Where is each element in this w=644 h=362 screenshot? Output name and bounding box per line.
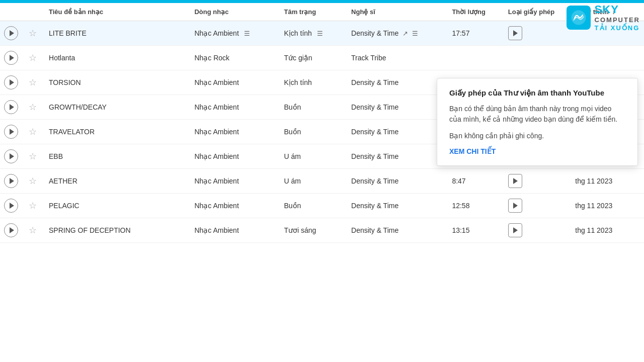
- popup-line2: Bạn không cần phải ghi công.: [449, 131, 625, 141]
- license-popup: Giấy phép của Thư viện âm thanh YouTube …: [437, 78, 638, 166]
- video-button[interactable]: [508, 223, 522, 237]
- date-label: [571, 46, 644, 70]
- sky-logo-icon: [567, 6, 591, 30]
- col-header-duration: Thời lượng: [448, 3, 504, 21]
- song-title: EBB: [45, 144, 190, 169]
- video-button[interactable]: [508, 174, 522, 188]
- genre-label: Nhạc Ambient: [194, 226, 238, 234]
- favorite-button[interactable]: ☆: [29, 200, 37, 211]
- popup-line1: Bạn có thể dùng bản âm thanh này trong m…: [449, 104, 625, 125]
- mood-label: Tươi sáng: [284, 226, 316, 234]
- table-header-row: Tiêu đề bản nhạc Dòng nhạc Tâm trạng Ngh…: [0, 3, 644, 21]
- mood-label: U ám: [284, 152, 301, 160]
- artist-label: Density & Time: [351, 226, 398, 234]
- artist-filter-icon[interactable]: ☰: [412, 30, 418, 37]
- play-button[interactable]: [4, 26, 18, 40]
- date-label: thg 11 2023: [571, 194, 644, 218]
- video-button[interactable]: [508, 199, 522, 213]
- duration-label: 17:57: [448, 21, 504, 46]
- song-title: TRAVELATOR: [45, 120, 190, 144]
- song-title: LITE BRITE: [45, 21, 190, 46]
- song-title: TORSION: [45, 70, 190, 95]
- popup-title: Giấy phép của Thư viện âm thanh YouTube: [449, 88, 625, 98]
- artist-label: Density & Time: [351, 152, 398, 160]
- date-label: thg 11 2023: [571, 218, 644, 243]
- table-row: ☆PELAGICNhạc AmbientBuồnDensity & Time12…: [0, 194, 644, 218]
- song-title: GROWTH/DECAY: [45, 95, 190, 120]
- date-label: thg 11 2023: [571, 169, 644, 194]
- favorite-button[interactable]: ☆: [29, 102, 37, 113]
- artist-label: Density & Time: [351, 103, 398, 111]
- sky-name-label: SKY: [595, 3, 640, 16]
- favorite-button[interactable]: ☆: [29, 225, 37, 236]
- favorite-button[interactable]: ☆: [29, 151, 37, 162]
- play-button[interactable]: [4, 75, 18, 89]
- song-title: AETHER: [45, 169, 190, 194]
- sky-logo: SKY COMPUTER TẢI XUỐNG: [567, 3, 640, 32]
- play-button[interactable]: [4, 223, 18, 237]
- table-row: ☆LITE BRITENhạc Ambient☰Kịch tính☰Densit…: [0, 21, 644, 46]
- favorite-button[interactable]: ☆: [29, 126, 37, 137]
- col-header-star: [25, 3, 45, 21]
- genre-label: Nhạc Ambient: [194, 128, 238, 136]
- filter-icon[interactable]: ☰: [244, 30, 250, 37]
- sky-download-label: TẢI XUỐNG: [595, 24, 640, 32]
- table-row: ☆HotlantaNhạc RockTức giậnTrack Tribe: [0, 46, 644, 70]
- artist-label: Density & Time: [351, 128, 398, 136]
- favorite-button[interactable]: ☆: [29, 77, 37, 88]
- song-title: Hotlanta: [45, 46, 190, 70]
- genre-label: Nhạc Ambient: [194, 152, 238, 160]
- col-header-artist: Nghệ sĩ: [347, 3, 448, 21]
- col-header-mood: Tâm trạng: [280, 3, 348, 21]
- genre-label: Nhạc Ambient: [194, 103, 238, 111]
- mood-label: U ám: [284, 177, 301, 185]
- mood-label: Buồn: [284, 202, 301, 210]
- popup-detail-link[interactable]: XEM CHI TIẾT: [449, 147, 496, 155]
- play-button[interactable]: [4, 51, 18, 65]
- mood-label: Buồn: [284, 128, 301, 136]
- duration-label: 13:15: [448, 218, 504, 243]
- duration-label: 12:58: [448, 194, 504, 218]
- genre-label: Nhạc Ambient: [194, 29, 238, 37]
- favorite-button[interactable]: ☆: [29, 28, 37, 39]
- genre-label: Nhạc Ambient: [194, 202, 238, 210]
- artist-label: Density & Time: [351, 177, 398, 185]
- mood-filter-icon[interactable]: ☰: [317, 30, 323, 37]
- mood-label: Kịch tính: [284, 29, 312, 37]
- favorite-button[interactable]: ☆: [29, 52, 37, 63]
- col-header-play: [0, 3, 25, 21]
- play-button[interactable]: [4, 174, 18, 188]
- mood-label: Kịch tính: [284, 78, 312, 86]
- mood-label: Tức giận: [284, 54, 312, 62]
- col-header-license: Loại giấy phép: [504, 3, 572, 21]
- genre-label: Nhạc Ambient: [194, 177, 238, 185]
- duration-label: [448, 46, 504, 70]
- genre-label: Nhạc Ambient: [194, 78, 238, 86]
- play-button[interactable]: [4, 199, 18, 213]
- artist-label: Density & Time: [351, 29, 398, 37]
- table-row: ☆SPRING OF DECEPTIONNhạc AmbientTươi sán…: [0, 218, 644, 243]
- video-button[interactable]: [508, 26, 522, 40]
- genre-label: Nhạc Rock: [194, 54, 229, 62]
- song-title: PELAGIC: [45, 194, 190, 218]
- song-title: SPRING OF DECEPTION: [45, 218, 190, 243]
- sky-computer-label: COMPUTER: [595, 16, 640, 24]
- sky-logo-text: SKY COMPUTER TẢI XUỐNG: [595, 3, 640, 32]
- favorite-button[interactable]: ☆: [29, 175, 37, 187]
- artist-label: Density & Time: [351, 202, 398, 210]
- col-header-genre: Dòng nhạc: [190, 3, 280, 21]
- artist-label: Density & Time: [351, 78, 398, 86]
- col-header-title: Tiêu đề bản nhạc: [45, 3, 190, 21]
- duration-label: 8:47: [448, 169, 504, 194]
- play-button[interactable]: [4, 100, 18, 114]
- external-link-icon[interactable]: ↗: [403, 30, 408, 37]
- play-button[interactable]: [4, 149, 18, 163]
- artist-label: Track Tribe: [351, 54, 386, 62]
- table-row: ☆AETHERNhạc AmbientU ámDensity & Time8:4…: [0, 169, 644, 194]
- mood-label: Buồn: [284, 103, 301, 111]
- play-button[interactable]: [4, 125, 18, 139]
